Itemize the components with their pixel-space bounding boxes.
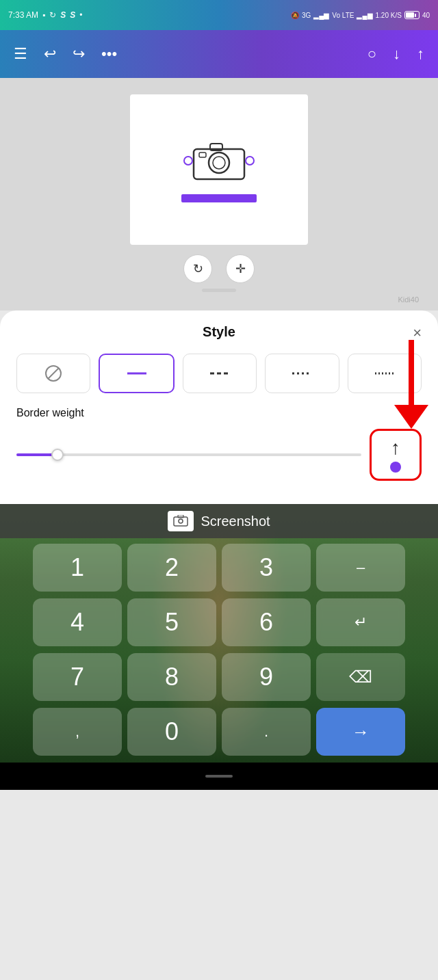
key-7[interactable]: 7 bbox=[33, 653, 122, 701]
status-bar: 7:33 AM ▪ ↻ S S • 🔕 3G ▂▄▆ Vo LTE ▂▄▆ 1.… bbox=[0, 0, 438, 30]
nav-indicator bbox=[205, 775, 233, 778]
network-3g: 3G bbox=[302, 12, 311, 19]
style-dotted3-button[interactable] bbox=[265, 354, 339, 393]
purple-underline-bar bbox=[181, 194, 257, 202]
handle-left[interactable] bbox=[183, 156, 193, 165]
canvas-controls: ↻ ✛ bbox=[183, 254, 255, 283]
weight-input-container: ↑ bbox=[370, 429, 422, 481]
key-next-arrow[interactable]: → bbox=[316, 708, 405, 756]
key-8[interactable]: 8 bbox=[127, 653, 216, 701]
speed-indicator: 1.20 K/S bbox=[376, 12, 402, 19]
move-button[interactable]: ✛ bbox=[226, 254, 255, 283]
rotate-button[interactable]: ↻ bbox=[183, 254, 212, 283]
key-9[interactable]: 9 bbox=[222, 653, 311, 701]
style-dashed-button[interactable] bbox=[183, 354, 257, 393]
style-none-button[interactable] bbox=[16, 354, 90, 393]
key-1[interactable]: 1 bbox=[33, 544, 122, 592]
style-solid-button[interactable] bbox=[99, 354, 174, 393]
suggestion-bar: Screenshot bbox=[0, 504, 438, 538]
keyboard-row-4: , 0 . → bbox=[5, 708, 433, 756]
keyboard-row-3: 7 8 9 ⌫ bbox=[5, 653, 433, 701]
battery-indicator bbox=[404, 11, 420, 19]
redo-button[interactable]: ↪ bbox=[73, 45, 85, 63]
handle-right[interactable] bbox=[245, 156, 255, 165]
camera-illustration bbox=[188, 137, 250, 185]
line-styles-row bbox=[16, 354, 422, 393]
style-panel: Style × Border weight bbox=[0, 310, 438, 504]
canvas-card bbox=[130, 94, 308, 245]
share-icon[interactable]: ↑ bbox=[417, 45, 424, 63]
status-left: 7:33 AM ▪ ↻ S S • bbox=[8, 10, 83, 20]
svg-rect-4 bbox=[199, 153, 206, 157]
menu-icon[interactable]: ☰ bbox=[14, 45, 27, 63]
keyboard: 1 2 3 – 4 5 6 ↵ 7 8 9 ⌫ , 0 . → bbox=[0, 538, 438, 756]
keyboard-row-1: 1 2 3 – bbox=[5, 544, 433, 592]
svg-rect-0 bbox=[194, 149, 244, 179]
s-icon-1: S bbox=[60, 10, 66, 20]
key-0[interactable]: 0 bbox=[127, 708, 216, 756]
status-right: 🔕 3G ▂▄▆ Vo LTE ▂▄▆ 1.20 K/S 40 bbox=[291, 11, 430, 19]
battery-percent: 40 bbox=[422, 12, 430, 19]
style-panel-title: Style bbox=[16, 324, 422, 340]
key-2[interactable]: 2 bbox=[127, 544, 216, 592]
time-display: 7:33 AM bbox=[8, 10, 38, 20]
signal-bars: ▂▄▆ bbox=[313, 12, 329, 19]
svg-rect-13 bbox=[174, 517, 188, 526]
dot-icon: • bbox=[79, 10, 82, 20]
svg-point-14 bbox=[179, 519, 183, 523]
toolbar: ☰ ↩ ↪ ••• ○ ↓ ↑ bbox=[0, 30, 438, 78]
key-enter[interactable]: ↵ bbox=[316, 598, 405, 646]
border-weight-label: Border weight bbox=[16, 407, 422, 419]
svg-point-2 bbox=[213, 157, 225, 169]
canvas-area: ↻ ✛ Kidi40 bbox=[0, 78, 438, 310]
undo-button[interactable]: ↩ bbox=[44, 45, 56, 63]
key-5[interactable]: 5 bbox=[127, 598, 216, 646]
toolbar-left: ☰ ↩ ↪ ••• bbox=[14, 45, 117, 63]
slider-track[interactable] bbox=[16, 453, 361, 456]
svg-line-6 bbox=[48, 368, 59, 379]
toolbar-right: ○ ↓ ↑ bbox=[368, 45, 424, 63]
screen-record-icon: ▪ bbox=[42, 10, 45, 20]
more-options-icon[interactable]: ••• bbox=[101, 45, 117, 63]
weight-dot bbox=[390, 462, 401, 473]
weight-input-box[interactable]: ↑ bbox=[370, 429, 422, 481]
weight-input-value: ↑ bbox=[391, 437, 400, 459]
screenshot-icon bbox=[168, 511, 194, 531]
watermark-text: Kidi40 bbox=[398, 295, 419, 304]
svg-point-1 bbox=[209, 153, 229, 173]
key-comma[interactable]: , bbox=[33, 708, 122, 756]
slider-row: ↑ bbox=[16, 429, 422, 481]
screenshot-label[interactable]: Screenshot bbox=[201, 514, 270, 529]
keyboard-area: Screenshot 1 2 3 – 4 5 6 ↵ 7 8 9 ⌫ , 0 . bbox=[0, 504, 438, 763]
keyboard-row-2: 4 5 6 ↵ bbox=[5, 598, 433, 646]
key-backspace[interactable]: ⌫ bbox=[316, 653, 405, 701]
svg-rect-15 bbox=[178, 515, 183, 518]
mute-icon: 🔕 bbox=[291, 12, 299, 19]
volte: Vo LTE bbox=[332, 12, 354, 19]
download-icon[interactable]: ↓ bbox=[393, 45, 400, 63]
comment-icon[interactable]: ○ bbox=[368, 45, 376, 63]
key-dash[interactable]: – bbox=[316, 544, 405, 592]
key-3[interactable]: 3 bbox=[222, 544, 311, 592]
signal-bars-2: ▂▄▆ bbox=[357, 12, 372, 19]
key-period[interactable]: . bbox=[222, 708, 311, 756]
bottom-nav bbox=[0, 763, 438, 790]
scroll-indicator bbox=[202, 289, 236, 292]
key-6[interactable]: 6 bbox=[222, 598, 311, 646]
refresh-icon: ↻ bbox=[49, 10, 56, 20]
key-4[interactable]: 4 bbox=[33, 598, 122, 646]
s-icon-2: S bbox=[70, 10, 75, 20]
svg-marker-12 bbox=[394, 405, 428, 429]
slider-thumb[interactable] bbox=[51, 449, 64, 461]
red-arrow bbox=[381, 340, 428, 436]
